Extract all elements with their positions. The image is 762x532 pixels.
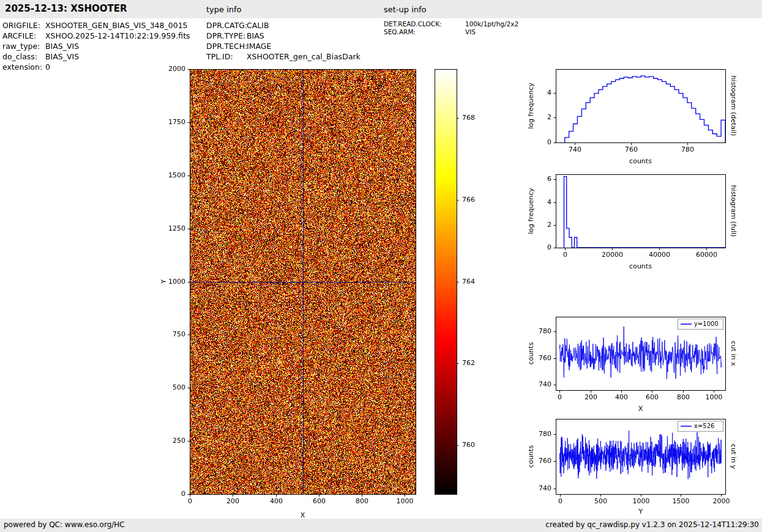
cut-in-y-plot (520, 408, 762, 517)
file-info-block: ORIGFILE:XSHOOTER_GEN_BIAS_VIS_348_0015 … (2, 20, 190, 72)
setup-info-heading: set-up info (384, 5, 427, 14)
header-bar: 2025-12-13: XSHOOTER type info set-up in… (0, 0, 762, 18)
info-row-extension: extension:0 (2, 62, 190, 72)
info-row-seq-arm: SEQ.ARM:VIS (384, 28, 518, 36)
info-value: XSHOO.2025-12-14T10:22:19.959.fits (45, 31, 190, 40)
info-label: TPL.ID: (206, 51, 247, 62)
info-value: BIAS_VIS (45, 42, 79, 51)
histogram-full-plot (520, 163, 762, 272)
footer-bar: powered by QC: www.eso.org/HC created by… (0, 519, 762, 532)
info-label: extension: (2, 62, 45, 72)
footer-powered-by: powered by QC: www.eso.org/HC (4, 520, 125, 529)
info-label: ARCFILE: (2, 31, 45, 41)
info-value: XSHOOTER_gen_cal_BiasDark (247, 52, 360, 61)
type-info-block: DPR.CATG:CALIB DPR.TYPE:BIAS DPR.TECH:IM… (206, 20, 360, 62)
info-row-do-class: do_class:BIAS_VIS (2, 51, 190, 62)
info-value: IMAGE (247, 42, 271, 51)
info-label: DET.READ.CLOCK: (384, 20, 465, 28)
info-row-raw-type: raw_type:BIAS_VIS (2, 41, 190, 51)
info-value: XSHOOTER_GEN_BIAS_VIS_348_0015 (45, 21, 188, 30)
type-info-heading: type info (206, 5, 242, 14)
info-label: do_class: (2, 51, 45, 62)
info-row-origfile: ORIGFILE:XSHOOTER_GEN_BIAS_VIS_348_0015 (2, 20, 190, 31)
info-row-tpl-id: TPL.ID:XSHOOTER_gen_cal_BiasDark (206, 51, 360, 62)
info-label: ORIGFILE: (2, 20, 45, 31)
info-row-dpr-tech: DPR.TECH:IMAGE (206, 41, 360, 51)
colorbar (428, 58, 490, 523)
info-value: 0 (45, 62, 50, 72)
info-row-dpr-type: DPR.TYPE:BIAS (206, 31, 360, 41)
info-value: CALIB (247, 21, 269, 30)
info-value: 100k/1pt/hg/2x2 (465, 20, 518, 28)
info-label: DPR.CATG: (206, 20, 247, 31)
info-value: VIS (465, 28, 476, 35)
info-row-read-clock: DET.READ.CLOCK:100k/1pt/hg/2x2 (384, 20, 518, 28)
info-label: DPR.TYPE: (206, 31, 247, 41)
histogram-detail-plot (520, 58, 762, 167)
info-value: BIAS (247, 31, 264, 40)
info-value: BIAS_VIS (45, 52, 79, 61)
info-row-arcfile: ARCFILE:XSHOO.2025-12-14T10:22:19.959.fi… (2, 31, 190, 41)
page-title: 2025-12-13: XSHOOTER (5, 3, 127, 14)
bias-frame-heatmap (155, 58, 438, 523)
cut-in-x-plot (520, 306, 762, 415)
info-label: DPR.TECH: (206, 41, 247, 51)
info-label: SEQ.ARM: (384, 28, 465, 36)
info-row-dpr-catg: DPR.CATG:CALIB (206, 20, 360, 31)
footer-created-by: created by qc_rawdisp.py v1.2.3 on 2025-… (545, 520, 759, 529)
info-label: raw_type: (2, 41, 45, 51)
qc-report-page: 2025-12-13: XSHOOTER type info set-up in… (0, 0, 762, 532)
setup-info-block: DET.READ.CLOCK:100k/1pt/hg/2x2 SEQ.ARM:V… (384, 20, 518, 35)
